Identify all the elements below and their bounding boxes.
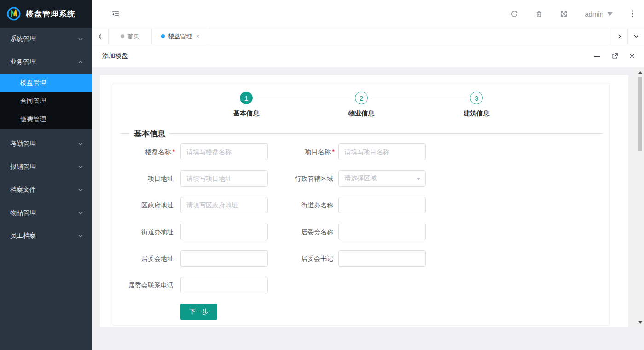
project-name-label: 项目名称* [268,143,338,160]
committee-phone-label: 居委会联系电话 [113,277,180,293]
street-office-address-label: 街道办地址 [113,224,180,240]
committee-secretary-input[interactable] [338,250,426,267]
sidebar-item-goods-mgmt[interactable]: 物品管理 [0,201,92,224]
chevron-down-icon [633,33,639,40]
top-header: admin [92,0,644,28]
tab-dot-icon [121,34,124,38]
step-circle: 3 [470,92,483,104]
dialog-title: 添加楼盘 [102,52,128,60]
tab-bar: 首页 楼盘管理 × [92,28,644,45]
sidebar-item-payment-mgmt[interactable]: 缴费管理 [0,110,92,129]
username: admin [585,10,603,18]
dialog-header: 添加楼盘 [92,45,644,67]
window-controls [583,52,636,60]
minimize-icon[interactable] [593,52,601,60]
chevron-right-icon [616,34,622,40]
street-office-name-input[interactable] [338,197,426,213]
committee-address-label: 居委会地址 [113,250,180,267]
chevron-down-icon [77,233,84,239]
fullscreen-icon[interactable] [560,10,568,18]
committee-address-input[interactable] [180,250,268,267]
street-office-name-label: 街道办名称 [268,197,338,213]
step-property-info: 2 物业信息 [304,92,419,118]
street-office-address-input[interactable] [180,224,268,240]
basic-info-form: 楼盘名称* 项目名称* 项目地址 [113,143,609,320]
form-row: 楼盘名称* 项目名称* [113,143,609,160]
sidebar-item-attendance-mgmt[interactable]: 考勤管理 [0,132,92,155]
form-row: 项目地址 行政管辖区域 请选择区域 [113,170,609,187]
step-label: 建筑信息 [464,109,489,118]
refresh-icon[interactable] [510,10,518,18]
tab-dot-icon [161,34,165,38]
scroll-up-icon[interactable] [636,69,644,75]
form-row: 居委会地址 居委会书记 [113,250,609,267]
step-label: 基本信息 [233,109,259,118]
next-step-button[interactable]: 下一步 [180,304,217,320]
form-panel: 1 基本信息 2 物业信息 3 建筑信息 基本信息 [100,75,628,327]
chevron-up-icon [77,59,84,65]
close-icon[interactable] [628,52,636,60]
maximize-icon[interactable] [611,52,618,60]
tabbar-filler [209,28,611,45]
tabs-scroll-right-button[interactable] [611,28,627,45]
chevron-down-icon [77,210,84,216]
section-divider: 基本信息 [120,128,603,139]
project-name-input[interactable] [338,143,426,160]
tab-close-icon[interactable]: × [196,33,199,40]
tab-home[interactable]: 首页 [109,28,152,45]
logo-bar: 楼盘管理系统 [0,0,92,28]
building-name-input[interactable] [180,143,268,160]
admin-region-select[interactable]: 请选择区域 [338,170,426,187]
vertical-scrollbar[interactable] [636,67,644,327]
app-logo-icon [6,6,21,21]
sidebar-group: 考勤管理 报销管理 档案文件 物品管理 员工档案 [0,132,92,247]
step-building-info: 3 建筑信息 [419,92,534,118]
scroll-down-icon[interactable] [636,319,644,326]
chevron-down-icon [77,187,84,193]
user-menu[interactable]: admin [585,10,613,18]
sidebar-item-contract-mgmt[interactable]: 合同管理 [0,92,92,110]
form-row: 街道办地址 居委会名称 [113,224,609,240]
more-options-icon[interactable] [628,10,637,18]
tabs-scroll-left-button[interactable] [92,28,109,45]
trash-icon[interactable] [535,10,543,18]
committee-phone-input[interactable] [180,277,268,293]
chevron-down-icon [77,36,84,42]
collapse-sidebar-icon[interactable] [111,10,120,18]
sidebar-item-employee-archive[interactable]: 员工档案 [0,224,92,247]
project-address-input[interactable] [180,170,268,187]
form-row: 区政府地址 街道办名称 [113,197,609,213]
sidebar-item-business-mgmt[interactable]: 业务管理 [0,51,92,74]
step-circle: 1 [240,92,253,104]
header-actions: admin [493,10,637,18]
sidebar-item-building-mgmt[interactable]: 楼盘管理 [0,74,92,92]
tab-building-mgmt[interactable]: 楼盘管理 × [152,28,209,45]
tabs-menu-button[interactable] [627,28,644,45]
stepper: 1 基本信息 2 物业信息 3 建筑信息 [113,92,609,118]
content-area: 1 基本信息 2 物业信息 3 建筑信息 基本信息 [92,67,644,350]
committee-name-label: 居委会名称 [268,224,338,240]
main-area: admin 首页 楼盘管理 × [92,0,644,350]
chevron-left-icon [97,34,103,40]
scrollbar-thumb[interactable] [638,77,642,151]
step-circle: 2 [355,92,368,104]
district-gov-address-input[interactable] [180,197,268,213]
committee-secretary-label: 居委会书记 [268,250,338,267]
building-name-label: 楼盘名称* [113,143,180,160]
required-asterisk: * [173,148,175,155]
sidebar-submenu-business: 楼盘管理 合同管理 缴费管理 [0,74,92,129]
chevron-down-icon [77,164,84,170]
sidebar-item-system-mgmt[interactable]: 系统管理 [0,28,92,51]
admin-region-label: 行政管辖区域 [268,170,338,187]
district-gov-address-label: 区政府地址 [113,197,180,213]
sidebar: 楼盘管理系统 系统管理 业务管理 楼盘管理 合同管理 缴费管理 考勤管理 [0,0,92,350]
sidebar-item-reimburse-mgmt[interactable]: 报销管理 [0,155,92,178]
app-title: 楼盘管理系统 [26,9,75,19]
app-root: 楼盘管理系统 系统管理 业务管理 楼盘管理 合同管理 缴费管理 考勤管理 [0,0,644,350]
form-row: 居委会联系电话 [113,277,609,293]
project-address-label: 项目地址 [113,170,180,187]
select-caret-icon [416,178,421,180]
step-label: 物业信息 [348,109,374,118]
sidebar-item-archive-files[interactable]: 档案文件 [0,178,92,201]
committee-name-input[interactable] [338,224,426,240]
